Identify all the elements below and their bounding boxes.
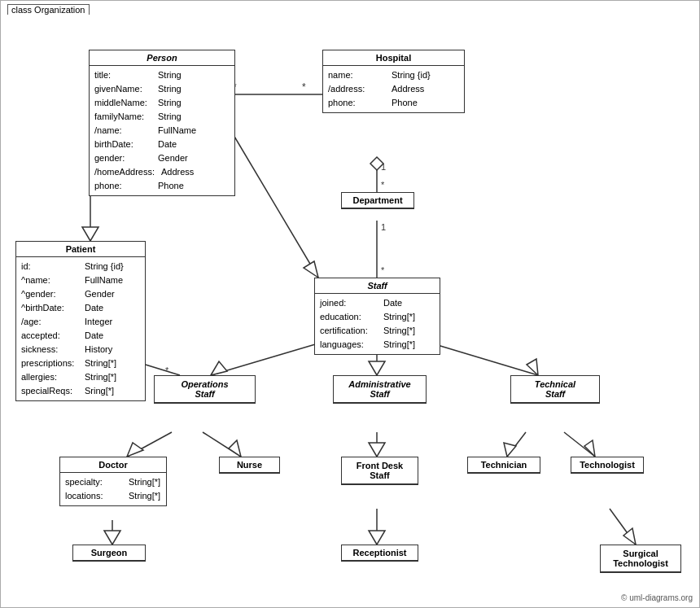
svg-marker-36 (369, 531, 385, 545)
technologist-header: Technologist (571, 457, 643, 473)
staff-attrs: joined:Date education:String[*] certific… (315, 294, 440, 354)
person-header: Person (90, 50, 234, 66)
svg-text:*: * (302, 81, 306, 93)
svg-line-31 (564, 432, 595, 457)
surgeon-class: Surgeon (72, 545, 146, 562)
technician-class: Technician (467, 457, 540, 474)
person-class: Person title:String givenName:String mid… (89, 50, 235, 196)
nurse-class: Nurse (219, 457, 280, 474)
svg-line-29 (507, 432, 526, 457)
svg-line-25 (203, 432, 241, 457)
svg-marker-24 (127, 443, 143, 457)
operations-staff-class: OperationsStaff (154, 375, 256, 404)
receptionist-header: Receptionist (342, 545, 418, 561)
front-desk-staff-class: Front DeskStaff (341, 457, 418, 485)
surgeon-header: Surgeon (73, 545, 145, 561)
svg-marker-28 (369, 443, 385, 457)
technician-header: Technician (468, 457, 540, 473)
person-attrs: title:String givenName:String middleName… (90, 66, 234, 195)
svg-marker-18 (211, 361, 227, 375)
doctor-attrs: specialty:String[*] locations:String[*] (60, 473, 166, 505)
administrative-staff-header: AdministrativeStaff (334, 376, 426, 403)
department-header: Department (342, 193, 413, 208)
front-desk-staff-header: Front DeskStaff (342, 457, 418, 484)
diagram-container: class Organization * * 1 * 1 * * * (0, 0, 700, 608)
svg-text:1: 1 (381, 222, 386, 232)
receptionist-class: Receptionist (341, 545, 418, 562)
svg-text:*: * (381, 265, 385, 275)
patient-header: Patient (16, 242, 145, 257)
svg-marker-34 (104, 531, 120, 545)
doctor-header: Doctor (60, 457, 166, 473)
administrative-staff-class: AdministrativeStaff (333, 375, 427, 404)
copyright: © uml-diagrams.org (621, 593, 693, 602)
hospital-class: Hospital name:String {id} /address:Addre… (322, 50, 465, 113)
svg-marker-20 (369, 361, 385, 375)
staff-header: Staff (315, 278, 440, 294)
svg-line-23 (127, 432, 172, 457)
diagram-title: class Organization (7, 4, 90, 15)
svg-marker-30 (504, 443, 516, 457)
svg-marker-32 (584, 440, 595, 457)
surgical-technologist-header: SurgicalTechnologist (601, 545, 680, 572)
nurse-header: Nurse (220, 457, 279, 473)
patient-attrs: id:String {id} ^name:FullName ^gender:Ge… (16, 257, 145, 400)
doctor-class: Doctor specialty:String[*] locations:Str… (59, 457, 167, 506)
svg-marker-3 (370, 157, 383, 170)
svg-line-12 (229, 127, 318, 278)
technical-staff-header: TechnicalStaff (511, 376, 599, 403)
svg-marker-26 (229, 440, 241, 457)
svg-marker-22 (527, 359, 538, 375)
staff-class: Staff joined:Date education:String[*] ce… (314, 278, 440, 355)
svg-line-37 (610, 509, 636, 545)
hospital-attrs: name:String {id} /address:Address phone:… (323, 66, 464, 112)
svg-marker-13 (304, 261, 318, 278)
svg-text:1: 1 (381, 162, 386, 172)
technologist-class: Technologist (571, 457, 644, 474)
svg-text:*: * (165, 365, 169, 375)
surgical-technologist-class: SurgicalTechnologist (600, 545, 681, 573)
patient-class: Patient id:String {id} ^name:FullName ^g… (15, 241, 146, 401)
hospital-header: Hospital (323, 50, 464, 66)
department-class: Department (341, 192, 414, 209)
svg-marker-38 (623, 528, 636, 545)
svg-marker-11 (82, 227, 98, 241)
svg-text:*: * (381, 180, 385, 190)
technical-staff-class: TechnicalStaff (510, 375, 600, 404)
operations-staff-header: OperationsStaff (155, 376, 255, 403)
